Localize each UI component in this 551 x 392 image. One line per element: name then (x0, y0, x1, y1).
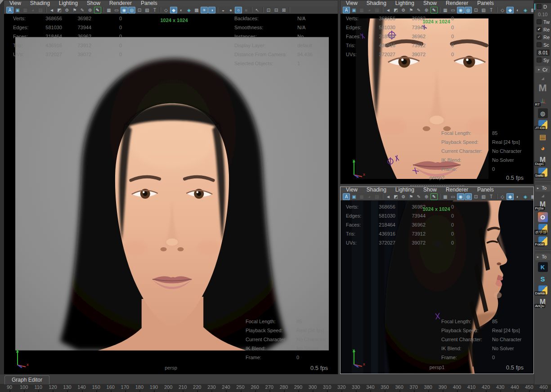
menu-item[interactable]: Shading (30, 0, 50, 6)
grid-toggle-icon[interactable]: ▦ (442, 7, 449, 13)
timeline-tick[interactable]: 280 (277, 384, 291, 392)
lock-camera-icon[interactable]: ◩ (56, 7, 63, 13)
timeline-tick[interactable]: 290 (291, 384, 305, 392)
image-plane-icon[interactable]: ▧ (143, 7, 151, 13)
camera-attributes-icon[interactable]: ⚙ (400, 193, 407, 200)
resolution-gate-icon[interactable]: ◉ (457, 7, 464, 13)
select-by-name-icon[interactable]: A (6, 7, 13, 13)
snapshot-icon[interactable]: ▨ (373, 7, 381, 13)
timeline-tick[interactable]: 90 (2, 384, 17, 392)
menu-item[interactable]: Shading (367, 0, 386, 6)
shelf-item[interactable] (535, 249, 551, 250)
shelf-item[interactable]: Dama (534, 285, 551, 295)
separator-5[interactable] (251, 7, 252, 13)
shelf-item[interactable]: M PrjSe (534, 200, 551, 210)
lock-camera-icon[interactable]: ◩ (392, 7, 399, 13)
camera-attributes-icon[interactable]: ⚙ (63, 7, 71, 13)
lasso-tool-icon[interactable]: ▦ (22, 7, 29, 13)
shelf-item[interactable]: O (534, 212, 551, 222)
separator-2[interactable] (439, 7, 440, 13)
menu-item[interactable]: Renderer (446, 0, 468, 6)
paint-select-icon[interactable]: ◕ (29, 7, 36, 13)
attribute-row[interactable]: ✔ ► 8.01 (534, 49, 551, 56)
checkbox[interactable]: ✔ (537, 27, 542, 32)
shelf-item[interactable]: M AriQu (534, 297, 551, 308)
pick-pencil-icon[interactable]: ✎ (430, 7, 438, 13)
attribute-row[interactable]: ✔ ► Sc (534, 41, 551, 49)
occlusion-icon[interactable]: ◒ (220, 7, 227, 13)
checkbox[interactable]: ✔ (537, 42, 542, 47)
select-camera-icon[interactable]: ◄ (385, 7, 392, 13)
camera-attributes-icon[interactable]: ⚙ (400, 7, 407, 13)
textured-mode-icon[interactable]: ◐ (178, 7, 185, 13)
attribute-row[interactable]: ✔ ► Tw (534, 18, 551, 26)
grease-pencil-icon[interactable]: ✎ (79, 7, 86, 13)
separator-2[interactable] (439, 194, 440, 199)
timeline-tick[interactable]: 150 (89, 384, 103, 392)
lock-camera-icon[interactable]: ◩ (392, 193, 399, 200)
timeline-tick[interactable]: 200 (161, 384, 175, 392)
timeline-tick[interactable]: 190 (147, 384, 161, 392)
transparency-icon[interactable]: ▩ (529, 193, 533, 200)
timeline-tick[interactable]: 170 (118, 384, 132, 392)
grease-pencil-icon[interactable]: ✎ (415, 7, 422, 13)
menu-item[interactable]: View (346, 187, 358, 193)
attribute-row[interactable]: ✔ ► D (534, 3, 551, 10)
shaded-mode-icon[interactable]: ◆ (506, 7, 514, 13)
select-handles-icon[interactable]: ▣ (350, 7, 358, 13)
textured-mode-icon[interactable]: ◐ (514, 7, 521, 13)
bookmark-icon[interactable]: ⚑ (408, 193, 415, 200)
separator-3[interactable] (496, 7, 497, 13)
shelf-item[interactable]: ◢ (534, 76, 551, 80)
select-camera-icon[interactable]: ◄ (385, 193, 392, 200)
timeline-tick[interactable]: 250 (233, 384, 248, 392)
attribute-row[interactable]: ✔ ► Re (534, 33, 551, 41)
snapshot-icon[interactable]: ▨ (37, 7, 44, 13)
motion-blur-icon[interactable]: ● (227, 7, 234, 13)
timeline-tick[interactable]: 310 (320, 384, 334, 392)
shelf-item[interactable]: ► To (535, 254, 551, 260)
menu-item[interactable]: Shading (367, 187, 386, 193)
hud-toggle-icon[interactable]: T (151, 7, 158, 13)
tab-graph-editor[interactable]: Graph Editor (4, 375, 49, 384)
attribute-row[interactable]: ✔ ► Sy (534, 56, 551, 64)
select-by-name-icon[interactable]: A (343, 193, 350, 200)
grid-toggle-icon[interactable]: ▦ (442, 193, 449, 200)
menu-item[interactable]: Panels (477, 0, 494, 6)
shelf-item[interactable]: Switc (534, 168, 551, 178)
select-handles-icon[interactable]: ▣ (14, 7, 21, 13)
film-gate-icon[interactable]: ▭ (449, 7, 457, 13)
shaded-mode-icon[interactable]: ◆ (170, 7, 177, 13)
separator-1[interactable] (45, 7, 47, 13)
menu-item[interactable]: Panels (141, 0, 157, 6)
attribute-row[interactable]: ✔ ► 0.10 (534, 10, 551, 18)
checkbox[interactable]: ✔ (537, 4, 542, 9)
checkbox[interactable]: ✔ (537, 58, 542, 62)
transparency-icon[interactable]: ▩ (529, 7, 533, 13)
viewport-canvas-persp1[interactable]: Verts:368656369820Edges:581030739440Face… (340, 200, 533, 374)
shelf-item[interactable]: S (534, 274, 551, 284)
paint-select-icon[interactable]: ◕ (366, 193, 373, 200)
timeline-tick[interactable]: 260 (248, 384, 262, 392)
timeline-tick[interactable]: 320 (334, 384, 349, 392)
separator-1[interactable] (382, 194, 383, 199)
shelf-item[interactable]: K (534, 262, 551, 272)
checkbox[interactable]: ✔ (537, 35, 542, 40)
textured-mode-icon[interactable]: ◐ (514, 193, 521, 200)
attribute-row[interactable]: ✔ ► Cr (535, 66, 550, 73)
viewport-canvas-persp[interactable]: Verts:368656369820Edges:581030739440Face… (4, 14, 338, 374)
gate-mask-icon[interactable]: ◎ (128, 7, 135, 13)
shelf-item[interactable]: ◢ (534, 193, 551, 198)
wireframe-mode-icon[interactable]: ◇ (499, 193, 506, 200)
hud-toggle-icon[interactable]: T (488, 7, 495, 13)
shelf-item[interactable]: M (534, 82, 551, 94)
paint-select-icon[interactable]: ◕ (366, 7, 373, 13)
timeline-tick[interactable]: 140 (74, 384, 89, 392)
gate-mask-icon[interactable]: ◎ (465, 193, 472, 200)
wire-on-shaded-icon[interactable]: ◈ (522, 7, 529, 13)
shaded-mode-icon[interactable]: ◆ (506, 193, 514, 200)
shelf-item[interactable]: ► To (535, 185, 551, 192)
field-chart-icon[interactable]: ⊡ (472, 7, 479, 13)
separator-7[interactable] (289, 7, 290, 13)
gate-mask-icon[interactable]: ◎ (465, 7, 472, 13)
